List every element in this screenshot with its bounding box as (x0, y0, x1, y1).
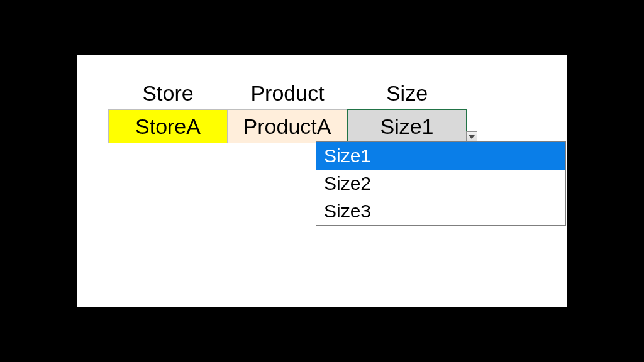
size-dropdown-list[interactable]: Size1 Size2 Size3 (316, 141, 566, 226)
cell-size[interactable]: Size1 (347, 109, 467, 143)
cell-size-value: Size1 (380, 114, 433, 138)
chevron-down-icon (469, 135, 475, 139)
data-row: StoreA ProductA Size1 Size1 Size2 Size3 (108, 109, 536, 143)
dropdown-option-0[interactable]: Size1 (316, 142, 565, 170)
dropdown-option-1[interactable]: Size2 (316, 170, 565, 197)
spreadsheet-panel: Store Product Size StoreA ProductA Size1… (77, 55, 567, 307)
cell-store[interactable]: StoreA (108, 109, 228, 143)
cell-store-value: StoreA (135, 114, 201, 138)
header-row: Store Product Size (108, 77, 536, 109)
header-size: Size (347, 77, 467, 109)
header-product: Product (228, 77, 347, 109)
dropdown-option-2[interactable]: Size3 (316, 197, 565, 225)
cell-product[interactable]: ProductA (228, 109, 347, 143)
header-store: Store (108, 77, 228, 109)
cell-product-value: ProductA (243, 114, 331, 138)
